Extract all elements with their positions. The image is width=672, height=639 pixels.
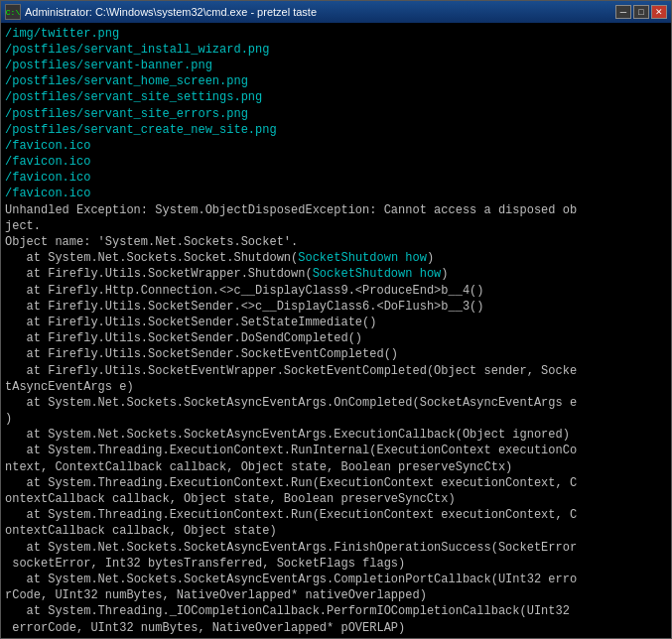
console-line: at System.Net.Sockets.SocketAsyncEventAr… (5, 572, 667, 603)
console-line: at Firefly.Utils.SocketSender.SocketEven… (5, 346, 667, 362)
console-line: /postfiles/servant_create_new_site.png (5, 122, 667, 138)
title-bar-buttons: ─ □ ✕ (615, 5, 667, 19)
console-line: at System.Net.Sockets.SocketAsyncEventAr… (5, 540, 667, 572)
console-line: Object name: 'System.Net.Sockets.Socket'… (5, 234, 667, 250)
console-line: /favicon.ico (5, 170, 667, 186)
console-line: Unhandled Exception: System.ObjectDispos… (5, 202, 667, 234)
console-line: /postfiles/servant_site_settings.png (5, 89, 667, 105)
console-line: at System.Net.Sockets.SocketAsyncEventAr… (5, 395, 667, 427)
console-line: at Firefly.Utils.SocketSender.<>c__Displ… (5, 299, 667, 315)
console-line: /img/twitter.png (5, 26, 667, 42)
console-line: at System.Threading.ExecutionContext.Run… (5, 507, 667, 539)
console-line: /favicon.ico (5, 138, 667, 154)
console-line: at Firefly.Utils.SocketWrapper.Shutdown(… (5, 266, 667, 282)
console-line: /favicon.ico (5, 186, 667, 201)
console-line: at Firefly.Utils.SocketSender.DoSendComp… (5, 330, 667, 346)
cmd-icon: C:\ (5, 4, 21, 20)
cmd-window: C:\ Administrator: C:\Windows\system32\c… (0, 0, 672, 639)
console-line: /postfiles/servant-banner.png (5, 58, 667, 73)
console-line: at System.Threading.ExecutionContext.Run… (5, 443, 667, 474)
console-line: /postfiles/servant_site_errors.png (5, 106, 667, 122)
minimize-button[interactable]: ─ (615, 5, 631, 19)
title-bar-text: Administrator: C:\Windows\system32\cmd.e… (25, 6, 317, 18)
console-line: at System.Net.Sockets.Socket.Shutdown(So… (5, 250, 667, 266)
maximize-button[interactable]: □ (633, 5, 649, 19)
close-button[interactable]: ✕ (651, 5, 667, 19)
title-bar-left: C:\ Administrator: C:\Windows\system32\c… (5, 4, 317, 20)
console-line: /favicon.ico (5, 154, 667, 170)
console-line: at System.Threading.ExecutionContext.Run… (5, 475, 667, 507)
console-line: at Firefly.Utils.SocketSender.SetStateIm… (5, 315, 667, 330)
title-bar: C:\ Administrator: C:\Windows\system32\c… (1, 1, 671, 23)
console-line: /postfiles/servant_install_wizard.png (5, 42, 667, 58)
console-line: at System.Net.Sockets.SocketAsyncEventAr… (5, 427, 667, 443)
console-line: at Firefly.Http.Connection.<>c__DisplayC… (5, 283, 667, 299)
console-line: /postfiles/servant_home_screen.png (5, 73, 667, 89)
console-line: at System.Threading._IOCompletionCallbac… (5, 603, 667, 635)
console-line: at Firefly.Utils.SocketEventWrapper.Sock… (5, 363, 667, 395)
console-output: /deploying-git-support-iis-server//css/s… (1, 23, 671, 638)
